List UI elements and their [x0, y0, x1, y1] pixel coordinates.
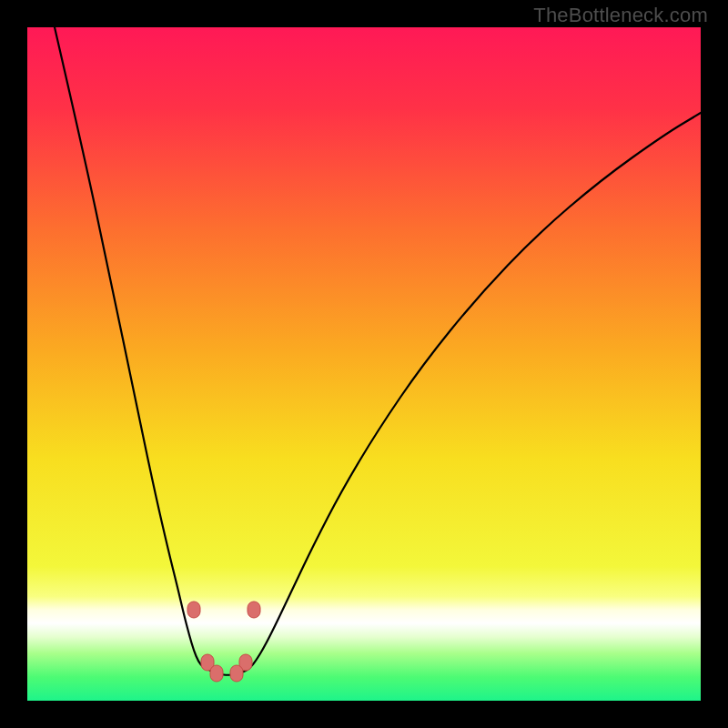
plot-area: [27, 27, 701, 701]
outer-frame: TheBottleneck.com: [0, 0, 728, 728]
bottleneck-curve: [55, 27, 701, 675]
curve-marker: [210, 665, 223, 682]
curve-markers: [187, 602, 260, 682]
curve-marker: [187, 602, 200, 618]
curve-marker: [248, 602, 260, 618]
curve-layer: [27, 27, 701, 701]
watermark-text: TheBottleneck.com: [533, 4, 708, 27]
curve-marker: [230, 665, 243, 682]
